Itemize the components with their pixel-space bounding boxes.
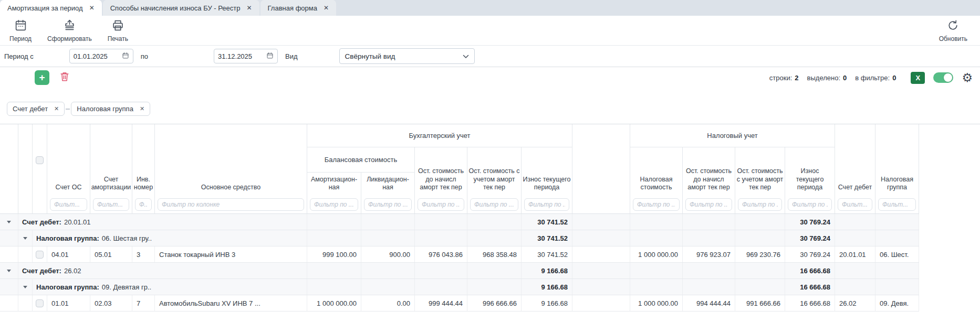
- table-header: Счет ОС Счет амортизации Инв. номер Осно…: [0, 124, 919, 214]
- view-select[interactable]: Свёрнутый вид: [339, 48, 475, 64]
- print-button-label: Печать: [108, 35, 128, 42]
- likvidacionnaya-cell: 900.00: [361, 246, 415, 262]
- period-from-label: Период с: [4, 52, 34, 60]
- generate-button[interactable]: Сформировать: [47, 19, 92, 42]
- period-from-input[interactable]: 01.01.2025: [69, 49, 133, 63]
- period-to-input[interactable]: 31.12.2025: [214, 49, 278, 63]
- gear-icon[interactable]: ⚙: [962, 72, 973, 84]
- print-button[interactable]: Печать: [108, 19, 128, 42]
- bu-iznos-total: 30 741.52: [522, 230, 572, 246]
- filter-schet-amortizacii[interactable]: [93, 198, 129, 211]
- close-icon[interactable]: ✕: [89, 4, 95, 12]
- row-checkbox[interactable]: [36, 299, 44, 307]
- tab-main-form[interactable]: Главная форма ✕: [260, 0, 336, 16]
- filter-schet-os[interactable]: [50, 198, 87, 211]
- delete-row-button[interactable]: [59, 70, 70, 85]
- filter-amortizacionnaya[interactable]: [310, 198, 358, 211]
- expander-cell: [18, 230, 33, 246]
- collapse-arrow-icon[interactable]: [23, 286, 27, 288]
- filter-nalogovaya-gruppa[interactable]: [878, 198, 916, 211]
- add-row-button[interactable]: +: [35, 70, 49, 85]
- filter-bu-iznos[interactable]: [524, 198, 569, 211]
- col-header-amortizacionnaya[interactable]: Амортизацион-ная: [307, 173, 361, 196]
- schet-debet-cell: 26.02: [835, 295, 875, 311]
- close-icon[interactable]: ✕: [140, 105, 144, 112]
- filter-osnovnoe-sredstvo[interactable]: [158, 198, 304, 211]
- filter-bu-ost-do[interactable]: [418, 198, 464, 211]
- rows-count-label: строки:: [769, 74, 792, 82]
- close-icon[interactable]: ✕: [246, 4, 252, 12]
- filter-nu-iznos[interactable]: [788, 198, 832, 211]
- col-header-osnovnoe-sredstvo[interactable]: Основное средство: [155, 124, 307, 196]
- col-header-nu-ost-do[interactable]: Ост. стоимость до начисл аморт тек пер: [683, 147, 735, 196]
- chevron-down-icon: [463, 52, 469, 60]
- filter-nu-ost-do[interactable]: [685, 198, 732, 211]
- period-button[interactable]: Период: [9, 19, 32, 42]
- bu-ost-do-cell: 976 043.86: [415, 246, 467, 262]
- data-row[interactable]: 01.01 02.03 7 АвтомобильSubaru XV ИНВ 7 …: [0, 295, 919, 312]
- chip-connector: [66, 109, 70, 110]
- group-header-balansovaya-stoimost: Балансовая стоимость: [307, 147, 415, 173]
- group-row[interactable]: Счет дебет:26.02 9 166.68 16 666.68: [0, 263, 919, 279]
- bu-iznos-cell: 9 166.68: [522, 295, 572, 311]
- collapse-arrow-icon[interactable]: [7, 270, 11, 272]
- col-header-schet-amortizacii[interactable]: Счет амортизации: [90, 124, 132, 196]
- tab-label: Способы начисления износа БУ - Реестр: [110, 4, 241, 12]
- chip-nalogovaya-gruppa[interactable]: Налоговая группа ✕: [71, 102, 150, 116]
- col-header-nalogovaya-stoimost[interactable]: Налоговая стоимость: [630, 147, 683, 196]
- col-header-schet-debet[interactable]: Счет дебет: [835, 124, 875, 196]
- group-label-cell: Счет дебет:20.01.01: [18, 214, 307, 230]
- filter-bu-ost-s[interactable]: [470, 198, 518, 211]
- filter-likvidacionnaya[interactable]: [364, 198, 412, 211]
- tab-depreciation-methods[interactable]: Способы начисления износа БУ - Реестр ✕: [103, 0, 259, 16]
- col-header-inv-nomer[interactable]: Инв. номер: [132, 124, 155, 196]
- group-row[interactable]: Счет дебет:20.01.01 30 741.52 30 769.24: [0, 214, 919, 230]
- group-header-naloguchet: Налоговый учет: [630, 124, 835, 147]
- col-header-nu-ost-s[interactable]: Ост. стоимость с учетом аморт тек пер: [735, 147, 785, 196]
- row-checkbox[interactable]: [36, 251, 44, 259]
- select-all-checkbox[interactable]: [36, 156, 44, 164]
- col-header-bu-ost-do[interactable]: Ост. стоимость до начисл аморт тек пер: [415, 147, 467, 196]
- tab-amortization-period[interactable]: Амортизация за период ✕: [0, 0, 102, 16]
- filtered-count-value: 0: [892, 74, 896, 82]
- schet-debet-cell: 20.01.01: [835, 246, 875, 262]
- view-label: Вид: [285, 52, 298, 60]
- collapse-arrow-icon[interactable]: [23, 237, 27, 240]
- close-icon[interactable]: ✕: [324, 4, 329, 12]
- schet-os-cell: 01.01: [47, 295, 90, 311]
- col-header-schet-os[interactable]: Счет ОС: [47, 124, 90, 196]
- spacer-column: [572, 124, 630, 213]
- col-header-likvidacionnaya[interactable]: Ликвидацион-ная: [361, 173, 415, 196]
- filter-nu-ost-s[interactable]: [738, 198, 782, 211]
- filters-toggle[interactable]: [933, 72, 953, 83]
- data-row[interactable]: 04.01 05.01 3 Станок токарный ИНВ 3 999 …: [0, 246, 919, 263]
- filter-inv-nomer[interactable]: [135, 198, 152, 211]
- bu-iznos-total: 30 741.52: [522, 214, 572, 230]
- nu-ost-s-cell: 991 666.66: [735, 295, 785, 311]
- chip-schet-debet[interactable]: Счет дебет ✕: [7, 102, 65, 116]
- collapse-arrow-icon[interactable]: [7, 221, 11, 223]
- toggle-knob: [944, 73, 952, 82]
- nalogovaya-gruppa-cell: 06. Шест.: [875, 246, 919, 262]
- calendar-icon[interactable]: [122, 52, 129, 61]
- refresh-button[interactable]: Обновить: [939, 19, 967, 42]
- likvidacionnaya-cell: 0.00: [361, 295, 415, 311]
- subgroup-row[interactable]: Налоговая группа:09. Девятая гр.. 9 166.…: [0, 279, 919, 295]
- export-excel-icon[interactable]: X: [911, 72, 925, 84]
- subgroup-row[interactable]: Налоговая группа:06. Шестая гру.. 30 741…: [0, 230, 919, 246]
- col-header-bu-ost-s[interactable]: Ост. стоимость с учетом аморт тек пер: [467, 147, 522, 196]
- filter-nalogovaya-stoimost[interactable]: [633, 198, 680, 211]
- filter-schet-debet[interactable]: [838, 198, 872, 211]
- col-header-bu-iznos[interactable]: Износ текущего периода: [522, 147, 572, 196]
- printer-icon: [111, 19, 124, 34]
- calendar-icon[interactable]: [266, 52, 274, 61]
- col-header-nalogovaya-gruppa[interactable]: Налоговая группа: [875, 124, 919, 196]
- expander-cell: [0, 279, 18, 295]
- nalogovaya-stoimost-cell: 1 000 000.00: [630, 246, 683, 262]
- col-header-nu-iznos[interactable]: Износ текущего периода: [785, 147, 835, 196]
- toolbar: Период Сформировать Печать Обновить: [0, 16, 980, 46]
- expander-cell: [0, 214, 18, 230]
- close-icon[interactable]: ✕: [54, 105, 59, 112]
- group-label-cell: Счет дебет:26.02: [18, 263, 307, 278]
- nu-iznos-total: 30 769.24: [785, 230, 835, 246]
